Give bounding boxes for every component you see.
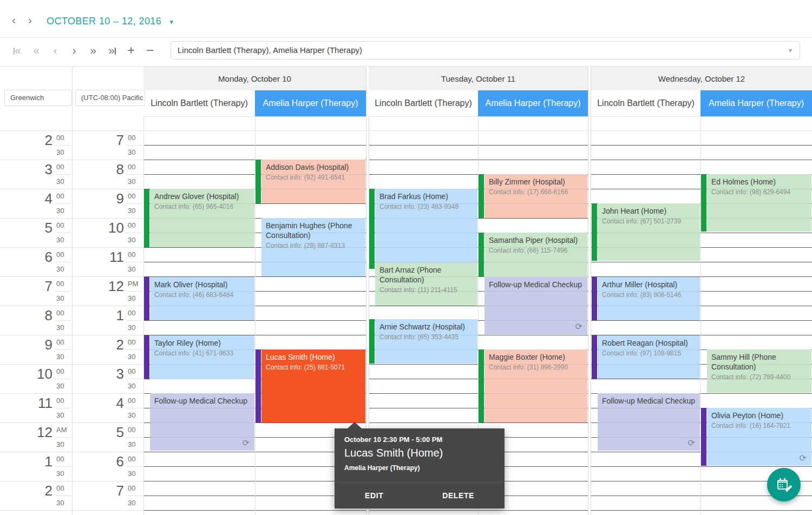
appointment[interactable]: Bart Arnaz (Phone Consultation)Contact i… — [369, 262, 477, 306]
appointment-tooltip: October 10 2:30 PM - 5:00 PM Lucas Smith… — [335, 428, 505, 509]
minute-label: 30 — [56, 178, 64, 186]
appointment[interactable]: Olivia Peyton (Home)Contact info: (16) 1… — [701, 408, 811, 466]
grid-line — [375, 291, 477, 292]
appointment-title: Addison Davis (Hospital) — [266, 162, 361, 172]
appointment-status-bar — [701, 174, 706, 232]
minute-label: 30 — [56, 412, 64, 419]
tooltip-title: Lucas Smith (Home) — [344, 447, 443, 459]
appointment[interactable]: Robert Reagan (Hospital)Contact info: (9… — [592, 335, 700, 379]
half-hour-tick — [55, 320, 71, 321]
appointment-title: Ed Holmes (Home) — [711, 177, 807, 187]
appointment-status-bar — [479, 349, 484, 422]
minute-label: 00 — [56, 455, 64, 463]
hour-label: 10 — [84, 220, 124, 236]
timezone-label: Greenwich — [4, 90, 72, 106]
appointment-status-bar — [256, 349, 261, 422]
appointment-contact: Contact info: (11) 211-4115 — [379, 286, 473, 294]
appointment-body: Robert Reagan (Hospital)Contact info: (9… — [598, 335, 700, 379]
grid-line — [484, 393, 587, 394]
appointment[interactable]: Benjamin Hughes (Phone Consultation)Cont… — [256, 218, 365, 276]
appointment[interactable]: Follow-up Medical Checkup⟳ — [144, 393, 254, 451]
grid-line — [707, 364, 811, 365]
appointment[interactable]: Brad Farkus (Home)Contact info: (23) 483… — [369, 189, 477, 269]
minute-label: 30 — [128, 499, 135, 507]
grid-line — [261, 262, 365, 262]
appointment[interactable]: Arthur Miller (Hospital)Contact info: (8… — [592, 277, 700, 320]
edit-button[interactable]: EDIT — [365, 491, 383, 500]
grid-line — [707, 218, 811, 219]
grid-line — [150, 218, 254, 219]
day-header: Wednesday, October 12 — [591, 67, 812, 91]
day-header: Tuesday, October 11 — [369, 67, 588, 91]
resource-header-amelia: Amelia Harper (Therapy) — [700, 90, 812, 116]
appointment[interactable]: Taylor Riley (Home)Contact info: (41) 67… — [144, 335, 254, 379]
hour-label: 4 — [12, 190, 53, 207]
minute-label: 30 — [56, 149, 64, 156]
minute-label: 00 — [56, 163, 64, 171]
half-hour-tick — [55, 145, 71, 146]
appointment[interactable]: Samantha Piper (Hospital)Contact info: (… — [479, 233, 587, 277]
appointment[interactable]: Ed Holmes (Home)Contact info: (98) 629-6… — [701, 174, 811, 232]
grid-line — [150, 364, 254, 365]
grid-line — [261, 247, 365, 248]
appointment-title: Mark Oliver (Hospital) — [154, 280, 250, 289]
grid-line — [375, 218, 477, 219]
grid-line — [707, 452, 811, 452]
half-hour-tick — [126, 262, 142, 262]
grid-line — [598, 247, 700, 248]
appointment[interactable]: Maggie Boxter (Home)Contact info: (31) 8… — [479, 349, 587, 422]
appointment-body: Arthur Miller (Hospital)Contact info: (8… — [598, 277, 700, 320]
appointment-body: Brad Farkus (Home)Contact info: (23) 483… — [375, 189, 477, 269]
appointment-status-bar — [592, 335, 597, 379]
hour-label: 7 — [12, 278, 53, 294]
tooltip-resource: Amelia Harper (Therapy) — [344, 464, 420, 472]
appointment[interactable]: John Heart (Home)Contact info: (67) 501-… — [592, 203, 700, 261]
appointment-title: Samantha Piper (Hospital) — [489, 235, 583, 245]
add-appointment-fab[interactable] — [767, 468, 801, 501]
tooltip-time: October 10 2:30 PM - 5:00 PM — [344, 435, 442, 444]
appointment[interactable]: Mark Oliver (Hospital)Contact info: (46)… — [144, 277, 254, 320]
appointment[interactable]: Follow-up Medical Checkup⟳ — [592, 393, 700, 451]
appointment[interactable]: Follow-up Medical Checkup⟳ — [479, 277, 587, 334]
minute-label: 30 — [128, 382, 135, 390]
appointment[interactable]: Addison Davis (Hospital)Contact info: (9… — [256, 160, 365, 203]
hour-label: 6 — [12, 249, 53, 265]
appointment[interactable]: Arnie Schwartz (Hospital)Contact info: (… — [369, 319, 477, 364]
appointment[interactable]: Sammy Hill (Phone Consultation)Contact i… — [701, 349, 811, 393]
appointment-title: Bart Arnaz (Phone Consultation) — [379, 265, 473, 285]
appointment[interactable]: Billy Zimmer (Hospital)Contact info: (17… — [479, 174, 587, 218]
appointment[interactable]: Andrew Glover (Hospital)Contact info: (6… — [144, 189, 254, 247]
half-hour-tick — [126, 437, 142, 438]
resource-header-lincoln: Lincoln Bartlett (Therapy) — [591, 90, 700, 116]
appointment-body: Lucas Smith (Home)Contact info: (25) 881… — [261, 349, 365, 422]
minute-label: 00 — [128, 455, 135, 463]
resource-header-amelia: Amelia Harper (Therapy) — [478, 90, 588, 116]
minute-label: 30 — [56, 207, 64, 215]
grid-line — [261, 189, 365, 189]
minute-label: 30 — [56, 266, 64, 273]
appointment-title: Arnie Schwartz (Hospital) — [379, 322, 473, 332]
recurrence-icon: ⟳ — [243, 438, 250, 448]
appointment-body: Maggie Boxter (Home)Contact info: (31) 8… — [484, 349, 587, 422]
minute-label: 00 — [56, 222, 64, 229]
appointment-status-bar — [592, 203, 597, 261]
minute-label: 30 — [56, 382, 64, 390]
recurrence-icon: ⟳ — [800, 453, 807, 463]
minute-label: 30 — [56, 470, 64, 478]
half-hour-tick — [126, 379, 142, 379]
appointment-status-bar — [369, 319, 375, 364]
minute-label: 00 — [128, 222, 135, 229]
minute-label: 00 — [56, 339, 64, 346]
appointment-status-bar — [144, 189, 149, 247]
minute-label: 00 — [128, 485, 135, 492]
minute-label: 30 — [128, 441, 135, 448]
half-hour-tick — [126, 291, 142, 292]
grid-line — [150, 291, 254, 292]
recurrence-icon: ⟳ — [575, 321, 582, 332]
minute-label: 30 — [56, 295, 64, 302]
half-hour-tick — [126, 466, 142, 467]
grid-line — [375, 203, 477, 204]
appointment[interactable]: Lucas Smith (Home)Contact info: (25) 881… — [256, 349, 365, 422]
delete-button[interactable]: DELETE — [442, 491, 474, 500]
half-hour-tick — [126, 349, 142, 350]
